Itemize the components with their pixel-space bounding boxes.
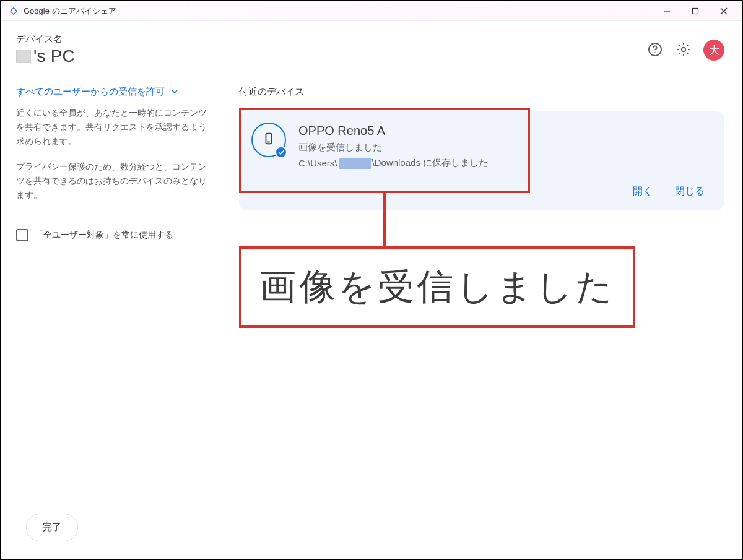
annotation-zoom-text: 画像を受信しました xyxy=(259,263,615,311)
visibility-description-2: プライバシー保護のため、数分経つと、コンテンツを共有できるのはお持ちのデバイスの… xyxy=(16,160,214,203)
annotation-zoom-box: 画像を受信しました xyxy=(239,246,635,328)
svg-point-5 xyxy=(654,52,656,53)
check-icon xyxy=(275,146,287,158)
minimize-button[interactable] xyxy=(653,1,681,21)
close-button[interactable] xyxy=(710,1,738,21)
checkbox-icon xyxy=(16,229,28,241)
avatar-initial: 大 xyxy=(709,43,719,58)
path-suffix: \Downloads に保存しました xyxy=(372,157,489,169)
path-prefix: C:\Users\ xyxy=(298,158,337,168)
window-title: Google のニアバイシェア xyxy=(24,6,116,17)
visibility-dropdown[interactable]: すべてのユーザーからの受信を許可 xyxy=(16,86,214,98)
visibility-description-1: 近くにいる全員が、あなたと一時的にコンテンツを共有できます。共有リクエストを承認… xyxy=(16,106,214,149)
svg-point-6 xyxy=(682,47,685,51)
redacted-name xyxy=(16,50,31,63)
sidebar: すべてのユーザーからの受信を許可 近くにいる全員が、あなたと一時的にコンテンツを… xyxy=(16,86,214,504)
device-name: 's PC xyxy=(16,46,75,66)
device-icon xyxy=(251,123,286,157)
always-everyone-checkbox[interactable]: 「全ユーザー対象」を常に使用する xyxy=(16,229,214,241)
app-window: Google のニアバイシェア デバイス名 's PC xyxy=(1,1,742,559)
main-content: 付近のデバイス xyxy=(239,86,724,504)
svg-rect-1 xyxy=(693,8,698,14)
nearby-devices-label: 付近のデバイス xyxy=(239,86,724,98)
avatar[interactable]: 大 xyxy=(703,40,724,61)
titlebar: Google のニアバイシェア xyxy=(1,1,742,21)
settings-button[interactable] xyxy=(675,41,692,59)
help-button[interactable] xyxy=(646,41,664,59)
device-name-text: 's PC xyxy=(33,46,75,66)
close-card-button[interactable]: 閉じる xyxy=(675,185,705,198)
phone-icon xyxy=(262,132,276,148)
device-card-status: 画像を受信しました xyxy=(298,142,488,153)
header: デバイス名 's PC 大 xyxy=(1,21,742,71)
device-card-path: C:\Users\ \Downloads に保存しました xyxy=(298,157,488,169)
done-button[interactable]: 完了 xyxy=(26,514,78,541)
visibility-label: すべてのユーザーからの受信を許可 xyxy=(16,86,165,98)
checkbox-label: 「全ユーザー対象」を常に使用する xyxy=(35,230,173,241)
device-card-name: OPPO Reno5 A xyxy=(298,124,488,138)
chevron-down-icon xyxy=(171,87,178,97)
open-button[interactable]: 開く xyxy=(633,185,653,198)
app-icon xyxy=(9,6,19,16)
footer: 完了 xyxy=(1,514,742,559)
device-name-label: デバイス名 xyxy=(16,33,75,45)
maximize-button[interactable] xyxy=(681,1,710,21)
help-icon xyxy=(648,42,663,59)
redacted-username xyxy=(339,158,371,169)
gear-icon xyxy=(676,42,691,59)
device-card: OPPO Reno5 A 画像を受信しました C:\Users\ \Downlo… xyxy=(239,111,724,210)
